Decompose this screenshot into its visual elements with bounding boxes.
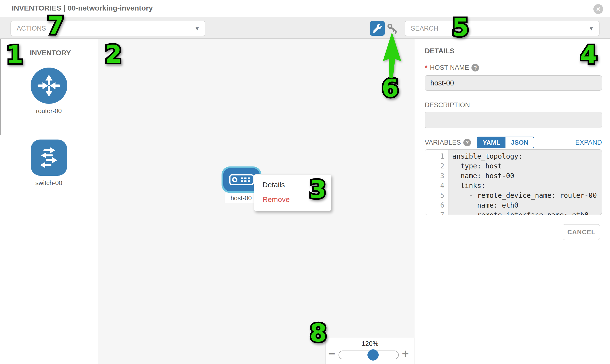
host-name-label-row: * HOST NAME ? bbox=[425, 64, 479, 72]
host-server-icon bbox=[229, 174, 254, 186]
line-number: 2 bbox=[425, 161, 448, 171]
menu-item-remove[interactable]: Remove bbox=[254, 192, 331, 207]
line-number: 4 bbox=[425, 181, 448, 191]
code-line: name: eth0 bbox=[452, 200, 602, 210]
details-panel: DETAILS * HOST NAME ? DESCRIPTION VARIAB… bbox=[415, 39, 610, 364]
zoom-in-button[interactable]: + bbox=[400, 348, 411, 360]
menu-item-details[interactable]: Details bbox=[254, 178, 331, 192]
key-button[interactable] bbox=[387, 23, 400, 35]
close-button[interactable]: × bbox=[593, 4, 603, 14]
cancel-button[interactable]: CANCEL bbox=[563, 224, 600, 240]
zoom-level-label: 120% bbox=[326, 340, 414, 348]
context-menu: Details Remove bbox=[254, 174, 331, 211]
zoom-slider-thumb[interactable] bbox=[367, 349, 379, 361]
actions-dropdown-label: ACTIONS bbox=[17, 25, 46, 32]
variables-editor[interactable]: 1 2 3 4 5 6 7 ansible_topology: type: ho… bbox=[425, 149, 602, 215]
code-line: - remote_device_name: router-00 bbox=[452, 191, 602, 200]
chevron-down-icon: ▾ bbox=[590, 25, 593, 32]
inventory-topology-page: INVENTORIES | 00-networking-inventory × … bbox=[0, 0, 610, 364]
router-icon bbox=[31, 67, 67, 104]
code-line: links: bbox=[452, 181, 602, 191]
palette-title: INVENTORY bbox=[30, 49, 71, 57]
yaml-toggle-button[interactable]: YAML bbox=[477, 137, 506, 148]
actions-dropdown[interactable]: ACTIONS ▾ bbox=[11, 21, 205, 36]
toolbar: ACTIONS ▾ SEARCH ▾ bbox=[0, 17, 610, 39]
description-input[interactable] bbox=[425, 112, 602, 128]
chevron-down-icon: ▾ bbox=[195, 25, 199, 32]
json-toggle-button[interactable]: JSON bbox=[506, 137, 534, 148]
code-line: ansible_topology: bbox=[452, 152, 602, 161]
editor-line-numbers: 1 2 3 4 5 6 7 bbox=[425, 150, 448, 215]
required-asterisk: * bbox=[425, 64, 427, 72]
palette-item-label: switch-00 bbox=[36, 179, 62, 187]
code-line: type: host bbox=[452, 161, 602, 171]
zoom-widget: 120% − + bbox=[325, 338, 415, 364]
palette-item-router[interactable]: router-00 bbox=[0, 67, 98, 115]
line-number: 1 bbox=[425, 152, 448, 161]
variables-row: VARIABLES ? YAML JSON EXPAND bbox=[425, 137, 602, 148]
toolbox-button[interactable] bbox=[370, 21, 385, 36]
help-icon[interactable]: ? bbox=[471, 64, 479, 71]
line-number: 3 bbox=[425, 171, 448, 181]
line-number: 5 bbox=[425, 191, 448, 200]
format-toggle: YAML JSON bbox=[477, 137, 534, 148]
palette-item-switch[interactable]: switch-00 bbox=[0, 140, 98, 187]
page-header: INVENTORIES | 00-networking-inventory × bbox=[0, 0, 610, 17]
variables-label: VARIABLES bbox=[425, 139, 461, 146]
expand-link[interactable]: EXPAND bbox=[575, 139, 602, 146]
details-panel-title: DETAILS bbox=[425, 47, 454, 55]
zoom-out-button[interactable]: − bbox=[326, 348, 337, 360]
description-label: DESCRIPTION bbox=[425, 101, 470, 109]
help-icon[interactable]: ? bbox=[463, 139, 471, 146]
code-line: remote_interface_name: eth0 bbox=[452, 210, 602, 215]
inventory-palette: INVENTORY router-00 bbox=[0, 39, 98, 364]
search-dropdown-label: SEARCH bbox=[411, 25, 438, 32]
palette-item-label: router-00 bbox=[36, 107, 62, 115]
page-title: INVENTORIES | 00-networking-inventory bbox=[12, 4, 153, 12]
key-icon bbox=[387, 23, 400, 35]
host-node-label: host-00 bbox=[225, 193, 258, 203]
switch-icon bbox=[31, 140, 67, 176]
line-number: 7 bbox=[425, 210, 448, 215]
search-dropdown[interactable]: SEARCH ▾ bbox=[405, 21, 599, 36]
close-icon: × bbox=[596, 5, 600, 13]
code-line: name: host-00 bbox=[452, 171, 602, 181]
line-number: 6 bbox=[425, 200, 448, 210]
wrench-icon bbox=[373, 24, 382, 33]
description-label-row: DESCRIPTION bbox=[425, 101, 470, 109]
editor-code[interactable]: ansible_topology: type: host name: host-… bbox=[448, 150, 602, 215]
host-name-input[interactable] bbox=[425, 75, 602, 91]
host-name-label: HOST NAME bbox=[430, 64, 469, 71]
